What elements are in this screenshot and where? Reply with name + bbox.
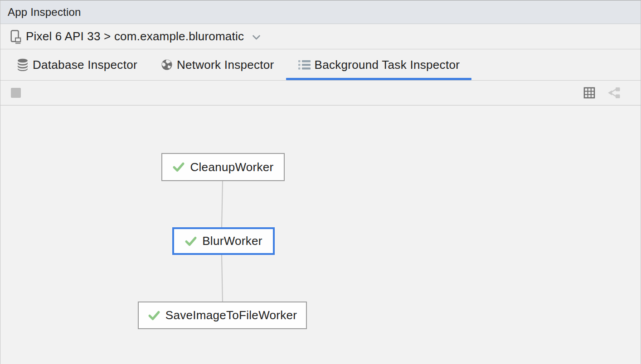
tab-database-inspector[interactable]: Database Inspector <box>5 49 149 80</box>
check-success-icon <box>185 236 197 247</box>
tab-label: Database Inspector <box>33 58 137 72</box>
worker-node-cleanupworker[interactable]: CleanupWorker <box>161 153 285 181</box>
process-selector[interactable]: Pixel 6 API 33 > com.example.bluromatic <box>0 24 641 49</box>
work-graph-canvas[interactable]: CleanupWorker BlurWorker SaveImageToFile… <box>0 105 641 364</box>
app-inspection-panel: App Inspection Pixel 6 API 33 > com.exam… <box>0 0 641 364</box>
worker-node-saveimagetofileworker[interactable]: SaveImageToFileWorker <box>138 302 307 329</box>
graph-view-icon[interactable] <box>607 86 621 99</box>
tab-label: Network Inspector <box>177 58 274 72</box>
panel-title: App Inspection <box>8 6 81 19</box>
tab-label: Background Task Inspector <box>315 58 460 72</box>
worker-edges <box>0 105 641 364</box>
inspector-toolbar <box>0 81 641 105</box>
worker-node-label: SaveImageToFileWorker <box>165 308 297 322</box>
inspector-tabs: Database Inspector Network Inspector Bac… <box>0 49 641 81</box>
chevron-down-icon <box>252 35 261 40</box>
globe-icon <box>161 59 173 71</box>
virtual-device-icon <box>10 29 22 44</box>
check-success-icon <box>148 310 160 321</box>
check-success-icon <box>172 162 185 172</box>
tab-network-inspector[interactable]: Network Inspector <box>149 49 286 80</box>
panel-header: App Inspection <box>0 0 641 24</box>
worker-node-label: CleanupWorker <box>190 160 273 174</box>
stop-icon[interactable] <box>11 88 21 98</box>
worker-node-label: BlurWorker <box>202 234 262 248</box>
tab-background-task-inspector[interactable]: Background Task Inspector <box>286 49 472 80</box>
worker-node-blurworker[interactable]: BlurWorker <box>172 227 275 255</box>
process-selector-label: Pixel 6 API 33 > com.example.bluromatic <box>26 29 244 43</box>
table-view-icon[interactable] <box>583 87 595 99</box>
view-toggle-group <box>583 86 621 99</box>
database-icon <box>17 58 29 71</box>
task-list-icon <box>298 59 311 71</box>
